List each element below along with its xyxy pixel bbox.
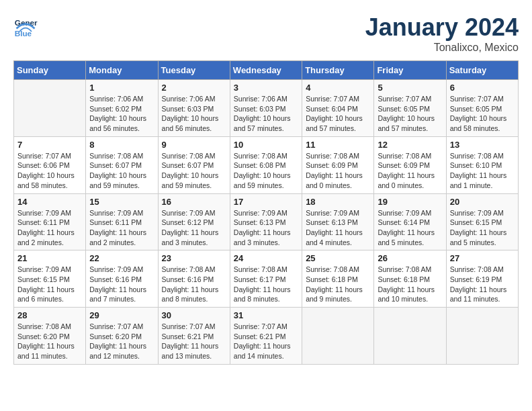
logo: General Blue — [13, 13, 40, 38]
calendar-cell: 5 Sunrise: 7:07 AM Sunset: 6:05 PM Dayli… — [374, 80, 446, 137]
calendar-cell: 3 Sunrise: 7:06 AM Sunset: 6:03 PM Dayli… — [230, 80, 302, 137]
calendar-week-row: 7 Sunrise: 7:07 AM Sunset: 6:06 PM Dayli… — [14, 136, 519, 193]
calendar-cell: 4 Sunrise: 7:07 AM Sunset: 6:04 PM Dayli… — [302, 80, 374, 137]
day-number: 14 — [17, 197, 82, 207]
calendar-table: Sunday Monday Tuesday Wednesday Thursday… — [13, 60, 519, 365]
day-info: Sunrise: 7:08 AM Sunset: 6:08 PM Dayligh… — [234, 151, 298, 191]
day-number: 24 — [234, 253, 298, 263]
sunset-text: Sunset: 6:06 PM — [17, 161, 82, 171]
sunrise-text: Sunrise: 7:08 AM — [162, 151, 226, 161]
sunset-text: Sunset: 6:15 PM — [450, 218, 515, 228]
daylight-text: Daylight: 10 hours and 58 minutes. — [17, 171, 82, 190]
calendar-cell: 18 Sunrise: 7:09 AM Sunset: 6:13 PM Dayl… — [302, 193, 374, 250]
col-sunday: Sunday — [14, 61, 86, 80]
sunset-text: Sunset: 6:13 PM — [234, 218, 298, 228]
sunset-text: Sunset: 6:10 PM — [450, 161, 515, 171]
day-number: 31 — [234, 310, 298, 320]
calendar-cell: 6 Sunrise: 7:07 AM Sunset: 6:05 PM Dayli… — [446, 80, 518, 137]
calendar-cell: 31 Sunrise: 7:07 AM Sunset: 6:21 PM Dayl… — [230, 308, 302, 365]
daylight-text: Daylight: 11 hours and 2 minutes. — [89, 228, 154, 247]
day-info: Sunrise: 7:07 AM Sunset: 6:21 PM Dayligh… — [162, 322, 226, 361]
sunset-text: Sunset: 6:08 PM — [234, 161, 298, 171]
calendar-cell: 13 Sunrise: 7:08 AM Sunset: 6:10 PM Dayl… — [446, 136, 518, 193]
sunset-text: Sunset: 6:03 PM — [234, 104, 298, 114]
calendar-subtitle: Tonalixco, Mexico — [365, 42, 519, 54]
sunset-text: Sunset: 6:14 PM — [378, 218, 442, 228]
day-number: 11 — [306, 140, 370, 150]
sunset-text: Sunset: 6:02 PM — [89, 104, 154, 114]
day-number: 30 — [162, 310, 226, 320]
daylight-text: Daylight: 11 hours and 9 minutes. — [306, 285, 370, 304]
daylight-text: Daylight: 11 hours and 6 minutes. — [17, 285, 82, 304]
sunrise-text: Sunrise: 7:09 AM — [450, 208, 515, 218]
sunrise-text: Sunrise: 7:08 AM — [234, 151, 298, 161]
sunrise-text: Sunrise: 7:07 AM — [17, 151, 82, 161]
day-number: 22 — [89, 253, 154, 263]
sunrise-text: Sunrise: 7:09 AM — [306, 208, 370, 218]
calendar-cell: 23 Sunrise: 7:08 AM Sunset: 6:16 PM Dayl… — [158, 250, 230, 308]
day-info: Sunrise: 7:09 AM Sunset: 6:16 PM Dayligh… — [89, 265, 154, 304]
sunset-text: Sunset: 6:11 PM — [17, 218, 82, 228]
sunrise-text: Sunrise: 7:07 AM — [306, 94, 370, 104]
sunset-text: Sunset: 6:18 PM — [378, 275, 442, 285]
daylight-text: Daylight: 11 hours and 11 minutes. — [17, 341, 82, 361]
sunset-text: Sunset: 6:20 PM — [17, 332, 82, 342]
sunset-text: Sunset: 6:09 PM — [306, 161, 370, 171]
day-info: Sunrise: 7:06 AM Sunset: 6:02 PM Dayligh… — [89, 94, 154, 134]
sunrise-text: Sunrise: 7:07 AM — [378, 94, 442, 104]
sunrise-text: Sunrise: 7:08 AM — [378, 265, 442, 275]
day-info: Sunrise: 7:08 AM Sunset: 6:09 PM Dayligh… — [306, 151, 370, 191]
sunrise-text: Sunrise: 7:07 AM — [162, 322, 226, 332]
daylight-text: Daylight: 11 hours and 4 minutes. — [306, 228, 370, 247]
sunrise-text: Sunrise: 7:08 AM — [17, 322, 82, 332]
col-friday: Friday — [374, 61, 446, 80]
day-info: Sunrise: 7:08 AM Sunset: 6:16 PM Dayligh… — [162, 265, 226, 304]
sunrise-text: Sunrise: 7:09 AM — [234, 208, 298, 218]
col-thursday: Thursday — [302, 61, 374, 80]
day-info: Sunrise: 7:09 AM Sunset: 6:15 PM Dayligh… — [17, 265, 82, 304]
day-number: 28 — [17, 310, 82, 320]
sunrise-text: Sunrise: 7:09 AM — [89, 208, 154, 218]
daylight-text: Daylight: 10 hours and 56 minutes. — [89, 113, 154, 133]
sunrise-text: Sunrise: 7:06 AM — [162, 94, 226, 104]
daylight-text: Daylight: 11 hours and 5 minutes. — [378, 228, 442, 247]
day-number: 16 — [162, 197, 226, 207]
sunset-text: Sunset: 6:03 PM — [162, 104, 226, 114]
sunrise-text: Sunrise: 7:07 AM — [89, 322, 154, 332]
calendar-title: January 2024 — [365, 13, 519, 42]
day-info: Sunrise: 7:09 AM Sunset: 6:13 PM Dayligh… — [306, 208, 370, 248]
daylight-text: Daylight: 11 hours and 3 minutes. — [162, 228, 226, 247]
daylight-text: Daylight: 10 hours and 57 minutes. — [378, 113, 442, 133]
day-info: Sunrise: 7:08 AM Sunset: 6:09 PM Dayligh… — [378, 151, 442, 191]
day-info: Sunrise: 7:08 AM Sunset: 6:07 PM Dayligh… — [162, 151, 226, 191]
day-number: 2 — [162, 83, 226, 93]
day-number: 26 — [378, 253, 442, 263]
day-info: Sunrise: 7:07 AM Sunset: 6:06 PM Dayligh… — [17, 151, 82, 191]
calendar-week-row: 28 Sunrise: 7:08 AM Sunset: 6:20 PM Dayl… — [14, 308, 519, 365]
day-number: 29 — [89, 310, 154, 320]
calendar-cell: 12 Sunrise: 7:08 AM Sunset: 6:09 PM Dayl… — [374, 136, 446, 193]
sunset-text: Sunset: 6:07 PM — [162, 161, 226, 171]
day-info: Sunrise: 7:09 AM Sunset: 6:11 PM Dayligh… — [17, 208, 82, 248]
sunrise-text: Sunrise: 7:09 AM — [162, 208, 226, 218]
day-number: 4 — [306, 83, 370, 93]
daylight-text: Daylight: 10 hours and 59 minutes. — [162, 171, 226, 190]
col-wednesday: Wednesday — [230, 61, 302, 80]
day-number: 3 — [234, 83, 298, 93]
calendar-cell: 27 Sunrise: 7:08 AM Sunset: 6:19 PM Dayl… — [446, 250, 518, 308]
day-info: Sunrise: 7:08 AM Sunset: 6:18 PM Dayligh… — [306, 265, 370, 304]
title-block: January 2024 Tonalixco, Mexico — [365, 13, 519, 54]
calendar-cell: 16 Sunrise: 7:09 AM Sunset: 6:12 PM Dayl… — [158, 193, 230, 250]
day-info: Sunrise: 7:06 AM Sunset: 6:03 PM Dayligh… — [162, 94, 226, 134]
day-number: 12 — [378, 140, 442, 150]
daylight-text: Daylight: 11 hours and 1 minute. — [450, 171, 515, 190]
svg-text:Blue: Blue — [15, 29, 32, 38]
calendar-cell: 7 Sunrise: 7:07 AM Sunset: 6:06 PM Dayli… — [14, 136, 86, 193]
daylight-text: Daylight: 11 hours and 8 minutes. — [234, 285, 298, 304]
day-number: 13 — [450, 140, 515, 150]
daylight-text: Daylight: 11 hours and 14 minutes. — [234, 341, 298, 361]
calendar-cell: 21 Sunrise: 7:09 AM Sunset: 6:15 PM Dayl… — [14, 250, 86, 308]
day-number: 8 — [89, 140, 154, 150]
calendar-cell: 30 Sunrise: 7:07 AM Sunset: 6:21 PM Dayl… — [158, 308, 230, 365]
sunrise-text: Sunrise: 7:06 AM — [89, 94, 154, 104]
